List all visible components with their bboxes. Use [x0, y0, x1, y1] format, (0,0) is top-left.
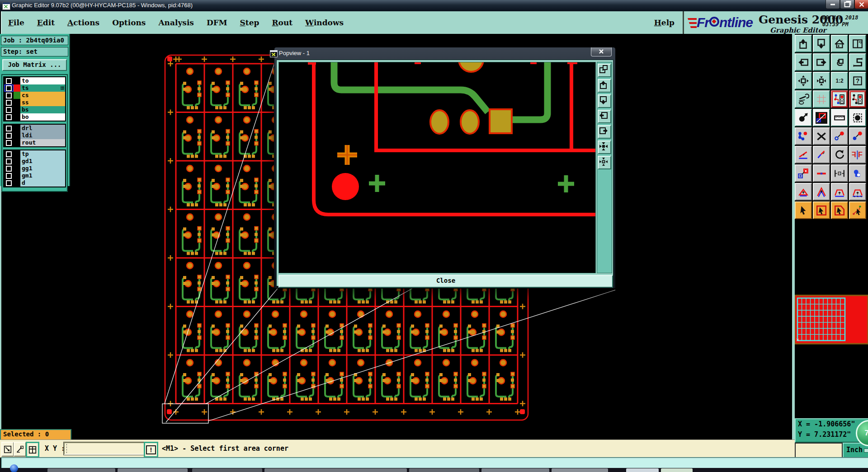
menu-options[interactable]: Options [106, 11, 152, 34]
layer-checkbox-tp[interactable] [4, 150, 14, 158]
taskbar-item[interactable] [552, 468, 608, 472]
pan-left-button[interactable] [795, 53, 812, 71]
popview-canvas[interactable] [278, 62, 596, 273]
layer-label-bs[interactable]: bs [20, 106, 65, 113]
setup-tools-button[interactable] [795, 90, 812, 108]
route-path-button[interactable] [849, 53, 866, 71]
layer-checkbox-gd1[interactable] [4, 158, 14, 165]
home-view-button[interactable] [831, 35, 848, 52]
pan-down-icon[interactable] [598, 94, 611, 108]
layer-checkbox-gg1[interactable] [4, 165, 14, 172]
menu-rout[interactable]: Rout [265, 11, 299, 34]
layer-row-ts[interactable]: ts [4, 84, 65, 92]
layer-label-cs[interactable]: cs [20, 92, 65, 99]
layer-checkbox-ss[interactable] [4, 99, 14, 106]
taskbar-item[interactable] [626, 468, 659, 472]
layer-row-to[interactable]: to [4, 77, 65, 84]
pan-left-icon[interactable] [598, 110, 611, 123]
job-matrix-button[interactable]: Job Matrix ... [2, 59, 67, 71]
zoom-in-button[interactable] [795, 35, 812, 52]
layer-label-ts[interactable]: ts [20, 84, 65, 92]
split-view-xy-button[interactable]: xy [849, 35, 866, 52]
grid-toggle-button[interactable] [813, 90, 830, 108]
layer-label-gg1[interactable]: gg1 [20, 165, 65, 172]
start-orb[interactable] [10, 464, 18, 472]
layer-row-drl[interactable]: drl [4, 125, 65, 132]
pan-center-icon[interactable] [598, 156, 611, 169]
restore-button[interactable] [840, 0, 854, 9]
zoom-extents-button[interactable] [795, 72, 812, 89]
layer-row-cs[interactable]: cs [4, 92, 65, 99]
menu-dfm[interactable]: DFM [200, 11, 234, 34]
layer-checkbox-bs[interactable] [4, 106, 14, 113]
popview-close-button[interactable] [591, 47, 612, 56]
edit-shapes-button[interactable] [813, 109, 830, 126]
layer-row-ldi[interactable]: ldi [4, 132, 65, 139]
scale-1-2-button[interactable]: 1:2 [831, 72, 848, 89]
zoom-out-button[interactable] [813, 35, 830, 52]
net-display-black-button[interactable] [849, 90, 866, 108]
taskbar-item[interactable] [409, 468, 479, 472]
layer-label-tp[interactable]: tp [20, 150, 65, 158]
arc-triangle-button[interactable] [795, 183, 812, 201]
layer-checkbox-gm1[interactable] [4, 172, 14, 179]
layer-row-tp[interactable]: tp [4, 150, 65, 158]
popview-new-icon[interactable] [598, 64, 611, 77]
rotate-button[interactable] [831, 146, 848, 164]
menu-actions[interactable]: Actions [61, 11, 106, 34]
popview-close-bar[interactable]: Close [278, 275, 613, 288]
layer-row-gd1[interactable]: gd1 [4, 158, 65, 165]
prompt-button[interactable]: ! [144, 442, 158, 458]
layer-checkbox-drl[interactable] [4, 125, 14, 132]
layer-checkbox-rout[interactable] [4, 139, 14, 146]
taskbar-item[interactable] [661, 468, 693, 472]
pan-up-icon[interactable] [598, 79, 611, 93]
overview-minimap[interactable] [795, 294, 868, 345]
window-mode-button[interactable] [26, 442, 39, 458]
menu-step[interactable]: Step [234, 11, 266, 34]
menu-analysis[interactable]: Analysis [152, 11, 200, 34]
layer-label-drl[interactable]: drl [20, 125, 65, 132]
layer-label-rout[interactable]: rout [20, 139, 65, 146]
xy-coordinate-input[interactable] [64, 442, 145, 455]
layer-label-ldi[interactable]: ldi [20, 132, 65, 139]
move-object-button[interactable] [795, 109, 812, 126]
layer-label-gm1[interactable]: gm1 [20, 172, 65, 179]
layer-row-d[interactable]: d [4, 179, 65, 187]
menu-help[interactable]: Help [654, 11, 675, 34]
select-cursor-button[interactable] [795, 201, 812, 219]
layer-checkbox-bo[interactable] [4, 113, 14, 121]
zoom-previous-button[interactable] [831, 53, 848, 71]
layer-row-rout[interactable]: rout [4, 139, 65, 146]
snap-angle-button[interactable] [14, 442, 26, 457]
taskbar-item[interactable] [264, 468, 407, 472]
layer-row-bo[interactable]: bo [4, 113, 65, 121]
layer-checkbox-ldi[interactable] [4, 132, 14, 139]
stretch-button[interactable] [813, 164, 830, 182]
taskbar-item[interactable] [118, 468, 188, 472]
minimize-button[interactable] [826, 0, 840, 9]
arc-arch-button[interactable] [831, 183, 848, 201]
boolean-shapes-button[interactable] [849, 164, 866, 182]
layer-checkbox-to[interactable] [4, 77, 14, 84]
layer-label-bo[interactable]: bo [20, 113, 65, 121]
layer-row-gm1[interactable]: gm1 [4, 172, 65, 179]
mirror-button[interactable]: FF [849, 146, 866, 164]
layer-label-to[interactable]: to [20, 77, 65, 84]
delete-button[interactable] [813, 127, 830, 145]
spacing-button[interactable]: 4 [831, 164, 848, 182]
layer-checkbox-cs[interactable] [4, 92, 14, 99]
angle-edit-button[interactable] [795, 146, 812, 164]
pan-right-button[interactable] [813, 53, 830, 71]
layer-row-bs[interactable]: bs [4, 106, 65, 113]
popview-window[interactable]: Popview - 1 [274, 47, 616, 289]
layer-label-d[interactable]: d [20, 179, 65, 187]
chain-select-button[interactable] [795, 127, 812, 145]
layer-checkbox-ts[interactable] [4, 84, 14, 92]
taskbar-item[interactable] [481, 468, 549, 472]
measure-button[interactable] [831, 109, 848, 126]
arc-arch-ticks-button[interactable] [849, 183, 866, 201]
layer-checkbox-d[interactable] [4, 179, 14, 187]
slant-edit-button[interactable] [813, 146, 830, 164]
swap-symbol-button[interactable] [849, 127, 866, 145]
